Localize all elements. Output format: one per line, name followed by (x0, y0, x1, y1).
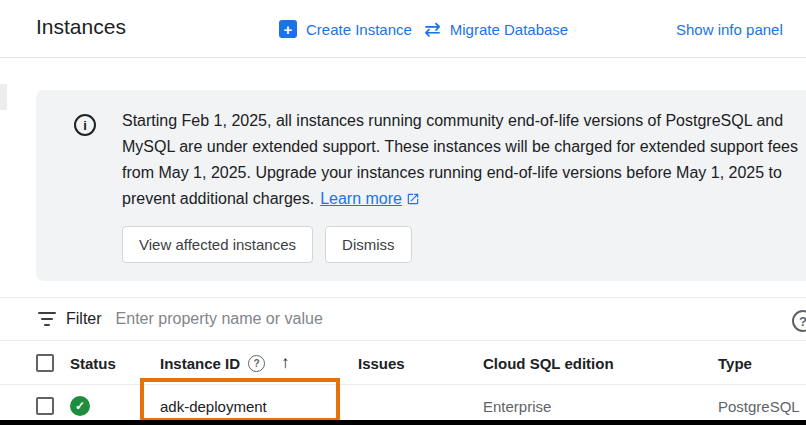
filter-icon[interactable] (38, 312, 56, 326)
column-header-edition: Cloud SQL edition (483, 355, 718, 372)
left-edge-scrollbar-fragment (0, 84, 7, 110)
show-info-panel-button[interactable]: Show info panel (676, 0, 783, 58)
banner-buttons: View affected instances Dismiss (122, 226, 798, 263)
column-header-type: Type (718, 355, 806, 372)
extended-support-banner: i Starting Feb 1, 2025, all instances ru… (36, 90, 806, 281)
filter-input[interactable] (116, 310, 596, 328)
bottom-black-bar (0, 420, 806, 425)
row-status-cell: ✓ (70, 396, 160, 416)
page-title: Instances (36, 15, 126, 39)
instance-id-value[interactable]: adk-deployment (160, 398, 267, 415)
instance-id-header-label: Instance ID (160, 355, 240, 372)
page-header: Instances + Create Instance ⇄ Migrate Da… (0, 0, 806, 58)
column-header-issues: Issues (358, 355, 483, 372)
column-header-instance-id[interactable]: Instance ID ? ↑ (160, 353, 358, 373)
banner-text-last-line: prevent additional charges. (122, 190, 314, 207)
cloud-sql-instances-page: Instances + Create Instance ⇄ Migrate Da… (0, 0, 806, 425)
row-edition-cell: Enterprise (483, 398, 718, 415)
banner-text-line: MySQL are under extended support. These … (122, 134, 798, 160)
banner-text-line: Starting Feb 1, 2025, all instances runn… (122, 108, 798, 134)
row-type-cell: PostgreSQL (718, 398, 806, 415)
dismiss-button[interactable]: Dismiss (325, 226, 412, 263)
select-all-checkbox[interactable] (36, 354, 54, 372)
filter-help-icon[interactable]: ? (792, 310, 806, 332)
instance-id-help-icon[interactable]: ? (248, 355, 265, 372)
filter-label[interactable]: Filter (66, 310, 102, 328)
open-in-new-icon (406, 192, 420, 206)
learn-more-label: Learn more (320, 190, 402, 207)
create-instance-label: Create Instance (306, 21, 412, 38)
row-select-cell (36, 397, 70, 415)
plus-square-icon: + (279, 20, 297, 38)
info-icon: i (74, 114, 96, 136)
select-all-cell (36, 354, 70, 372)
view-affected-instances-button[interactable]: View affected instances (122, 226, 313, 263)
migrate-database-label: Migrate Database (450, 21, 568, 38)
filter-bar: Filter ? (0, 297, 806, 341)
sort-ascending-icon[interactable]: ↑ (281, 353, 290, 373)
banner-text-line: from May 1, 2025. Upgrade your instances… (122, 160, 798, 186)
status-ok-icon: ✓ (70, 396, 90, 416)
create-instance-button[interactable]: + Create Instance (279, 0, 412, 58)
compare-arrows-icon: ⇄ (424, 19, 441, 39)
row-checkbox[interactable] (36, 397, 54, 415)
learn-more-link[interactable]: Learn more (320, 190, 420, 207)
banner-body: Starting Feb 1, 2025, all instances runn… (122, 108, 798, 263)
banner-text-line: prevent additional charges.Learn more (122, 186, 798, 212)
column-header-status: Status (70, 355, 160, 372)
show-info-panel-label: Show info panel (676, 21, 783, 38)
row-instance-id-cell[interactable]: adk-deployment (160, 398, 358, 415)
migrate-database-button[interactable]: ⇄ Migrate Database (424, 0, 568, 58)
table-header-row: Status Instance ID ? ↑ Issues Cloud SQL … (0, 342, 806, 385)
